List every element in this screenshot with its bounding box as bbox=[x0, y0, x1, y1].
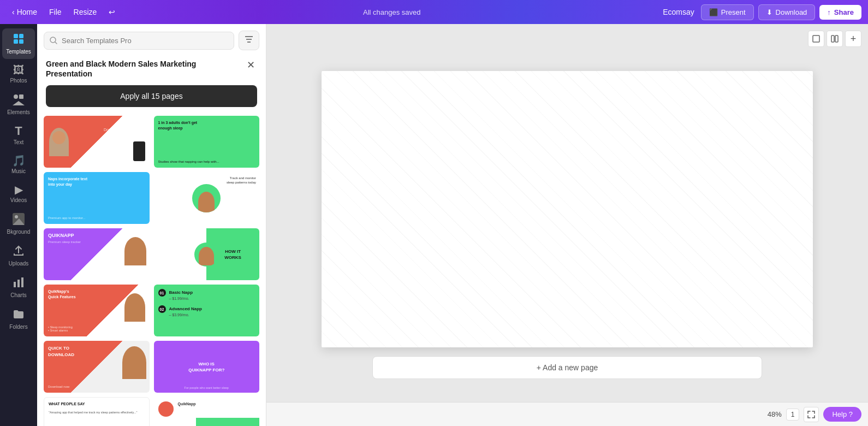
sidebar-icons: Templates 🖼 Photos Elements T Text 🎵 Mus… bbox=[0, 24, 37, 426]
svg-rect-19 bbox=[831, 36, 834, 42]
download-icon: ⬇ bbox=[766, 8, 772, 16]
sidebar-item-charts[interactable]: Charts bbox=[2, 272, 35, 303]
search-wrapper[interactable] bbox=[44, 32, 234, 50]
template-thumb-1[interactable]: QuikNapp Download the app today bbox=[44, 116, 150, 168]
bottom-bar: 48% 1 Help ? bbox=[266, 402, 868, 426]
music-label: Music bbox=[11, 168, 26, 174]
sidebar-item-music[interactable]: 🎵 Music bbox=[2, 151, 35, 179]
charts-icon bbox=[13, 276, 25, 290]
canvas-slide[interactable] bbox=[322, 71, 813, 347]
charts-label: Charts bbox=[10, 292, 26, 298]
present-button[interactable]: ⬛ Present bbox=[701, 4, 754, 20]
template-thumb-7[interactable]: QuikNapp'sQuick Features • Sleep monitor… bbox=[44, 285, 150, 336]
page-number: 1 bbox=[791, 411, 795, 418]
download-button[interactable]: ⬇ Download bbox=[758, 4, 816, 20]
text-label: Text bbox=[14, 139, 23, 145]
sidebar-item-uploads[interactable]: Uploads bbox=[2, 240, 35, 271]
templates-icon bbox=[13, 33, 25, 46]
sidebar-item-folders[interactable]: Folders bbox=[2, 304, 35, 334]
add-page-label: + Add a new page bbox=[537, 363, 598, 372]
svg-rect-1 bbox=[19, 34, 23, 38]
templates-label: Templates bbox=[6, 49, 31, 55]
template-thumb-10[interactable]: WHO ISQUIKNAPP FOR? For people who want … bbox=[154, 341, 260, 393]
template-thumb-11[interactable]: WHAT PEOPLE SAY "Amazing app that helped… bbox=[44, 397, 150, 426]
svg-rect-12 bbox=[21, 277, 23, 287]
folders-label: Folders bbox=[9, 324, 27, 330]
svg-rect-20 bbox=[835, 36, 838, 42]
help-label: Help ? bbox=[832, 410, 853, 418]
sidebar-item-background[interactable]: Bkground bbox=[2, 209, 35, 239]
sidebar-item-videos[interactable]: ▶ Videos bbox=[2, 180, 35, 208]
page-indicator[interactable]: 1 bbox=[786, 409, 800, 421]
zoom-level[interactable]: 48% bbox=[768, 410, 782, 418]
chevron-left-icon: ‹ bbox=[12, 8, 15, 16]
template-thumb-3[interactable]: Naps incorporate textinto your day Premi… bbox=[44, 172, 150, 224]
svg-rect-10 bbox=[14, 282, 16, 287]
svg-point-8 bbox=[15, 215, 18, 218]
svg-rect-11 bbox=[17, 280, 20, 287]
download-label: Download bbox=[776, 8, 807, 16]
elements-icon bbox=[13, 93, 25, 107]
undo-button[interactable]: ↩ bbox=[103, 4, 121, 20]
sidebar-item-text[interactable]: T Text bbox=[2, 121, 35, 150]
photos-label: Photos bbox=[10, 78, 27, 84]
folders-icon bbox=[13, 308, 25, 322]
topnav-right: Ecomsay ⬛ Present ⬇ Download ↑ Share bbox=[663, 4, 861, 20]
template-thumb-4[interactable]: Track and monitorsleep patterns today bbox=[154, 172, 260, 224]
svg-point-4 bbox=[14, 94, 18, 99]
template-thumb-8[interactable]: 01 Basic Napp – $1.99/mo. 02 Advanced Na… bbox=[154, 285, 260, 336]
sidebar-item-elements[interactable]: Elements bbox=[2, 89, 35, 120]
sidebar-item-templates[interactable]: Templates bbox=[2, 28, 35, 59]
apply-all-button[interactable]: Apply all 15 pages bbox=[46, 85, 257, 107]
svg-rect-0 bbox=[14, 34, 18, 38]
apply-label: Apply all 15 pages bbox=[120, 92, 182, 100]
user-name: Ecomsay bbox=[663, 8, 694, 16]
template-thumb-2[interactable]: 1 in 3 adults don't getenough sleep Stud… bbox=[154, 116, 260, 168]
canvas-add-button[interactable]: + bbox=[845, 31, 861, 47]
canvas-tool-1[interactable] bbox=[808, 31, 824, 47]
template-thumb-6[interactable]: HOW ITWORKS bbox=[154, 228, 260, 280]
canvas-tool-2[interactable] bbox=[827, 31, 843, 47]
uploads-icon bbox=[13, 245, 25, 258]
share-label: Share bbox=[834, 8, 854, 16]
canvas-area: + + Add a new page 48% 1 Help ? bbox=[266, 24, 868, 426]
svg-rect-2 bbox=[14, 39, 18, 44]
resize-label: Resize bbox=[74, 8, 97, 16]
templates-search-bar bbox=[37, 24, 266, 55]
add-page-button[interactable]: + Add a new page bbox=[372, 356, 763, 379]
text-icon: T bbox=[15, 125, 22, 137]
music-icon: 🎵 bbox=[12, 155, 26, 166]
filter-button[interactable] bbox=[239, 31, 259, 50]
slide-background-pattern bbox=[322, 71, 813, 347]
template-thumb-9[interactable]: QUICK TODOWNLOAD Download now bbox=[44, 341, 150, 393]
uploads-label: Uploads bbox=[9, 261, 29, 267]
main-layout: Templates 🖼 Photos Elements T Text 🎵 Mus… bbox=[0, 24, 868, 426]
present-icon: ⬛ bbox=[709, 8, 718, 16]
close-panel-button[interactable]: ✕ bbox=[245, 59, 257, 71]
topnav: ‹ Home File Resize ↩ All changes saved E… bbox=[0, 0, 868, 24]
home-label: Home bbox=[17, 8, 37, 16]
template-thumb-12[interactable]: COMINGSOON QuikNapp bbox=[154, 397, 260, 426]
search-input[interactable] bbox=[62, 37, 228, 45]
videos-label: Videos bbox=[10, 197, 27, 203]
fit-button[interactable] bbox=[804, 407, 819, 422]
search-icon bbox=[50, 37, 57, 44]
file-button[interactable]: File bbox=[44, 4, 67, 20]
resize-button[interactable]: Resize bbox=[68, 4, 103, 20]
elements-label: Elements bbox=[7, 109, 30, 115]
share-button[interactable]: ↑ Share bbox=[819, 5, 861, 20]
file-label: File bbox=[49, 8, 62, 16]
template-thumb-5[interactable]: QUIKNAPP Premium sleep tracker bbox=[44, 228, 150, 280]
videos-icon: ▶ bbox=[15, 184, 23, 195]
share-icon: ↑ bbox=[827, 8, 831, 16]
svg-rect-18 bbox=[813, 36, 819, 42]
sidebar-item-photos[interactable]: 🖼 Photos bbox=[2, 60, 35, 88]
home-button[interactable]: ‹ Home bbox=[7, 4, 43, 20]
background-label: Bkground bbox=[7, 229, 31, 235]
photos-icon: 🖼 bbox=[13, 64, 24, 75]
templates-grid: QuikNapp Download the app today 1 in 3 a… bbox=[37, 111, 266, 426]
background-icon bbox=[13, 213, 25, 227]
templates-panel: Green and Black Modern Sales Marketing P… bbox=[37, 24, 266, 426]
present-label: Present bbox=[721, 8, 746, 16]
help-button[interactable]: Help ? bbox=[823, 407, 861, 422]
